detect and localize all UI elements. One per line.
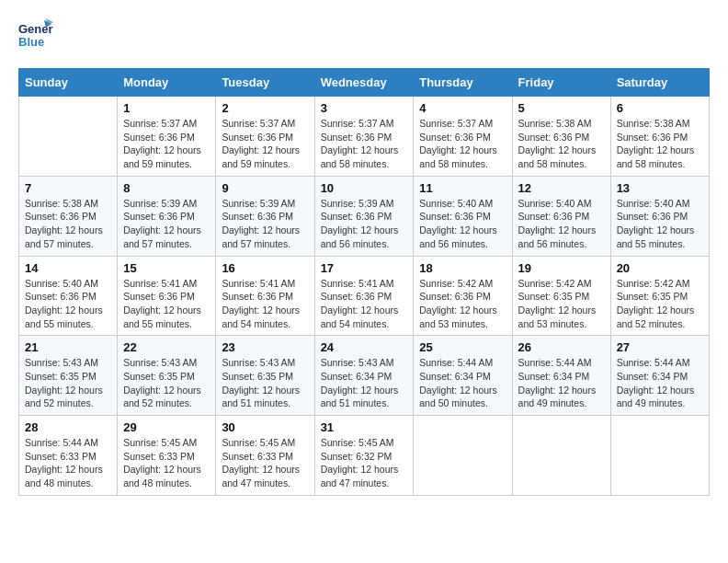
day-info: Sunrise: 5:38 AMSunset: 6:36 PMDaylight:… — [518, 117, 605, 171]
calendar-cell: 2Sunrise: 5:37 AMSunset: 6:36 PMDaylight… — [216, 97, 314, 177]
calendar-cell — [610, 416, 709, 496]
day-info: Sunrise: 5:42 AMSunset: 6:36 PMDaylight:… — [419, 277, 506, 331]
calendar-cell: 22Sunrise: 5:43 AMSunset: 6:35 PMDayligh… — [118, 336, 216, 416]
calendar-cell: 4Sunrise: 5:37 AMSunset: 6:36 PMDaylight… — [414, 97, 512, 177]
weekday-header-saturday: Saturday — [610, 69, 709, 97]
calendar-cell: 13Sunrise: 5:40 AMSunset: 6:36 PMDayligh… — [610, 176, 709, 256]
calendar-cell: 23Sunrise: 5:43 AMSunset: 6:35 PMDayligh… — [216, 336, 314, 416]
day-number: 26 — [518, 340, 605, 354]
calendar-cell: 7Sunrise: 5:38 AMSunset: 6:36 PMDaylight… — [19, 176, 118, 256]
day-info: Sunrise: 5:45 AMSunset: 6:33 PMDaylight:… — [222, 436, 308, 490]
day-number: 27 — [617, 340, 703, 354]
day-number: 10 — [321, 181, 408, 195]
calendar-cell — [512, 416, 610, 496]
day-number: 12 — [518, 181, 605, 195]
calendar-cell: 29Sunrise: 5:45 AMSunset: 6:33 PMDayligh… — [118, 416, 216, 496]
day-number: 16 — [222, 261, 308, 275]
day-number: 7 — [25, 181, 111, 195]
day-number: 29 — [123, 420, 210, 434]
day-number: 3 — [321, 101, 408, 115]
day-info: Sunrise: 5:38 AMSunset: 6:36 PMDaylight:… — [25, 197, 111, 251]
day-info: Sunrise: 5:45 AMSunset: 6:33 PMDaylight:… — [123, 436, 210, 490]
day-info: Sunrise: 5:40 AMSunset: 6:36 PMDaylight:… — [419, 197, 506, 251]
day-number: 21 — [25, 340, 111, 354]
calendar-cell: 24Sunrise: 5:43 AMSunset: 6:34 PMDayligh… — [314, 336, 414, 416]
calendar-cell: 14Sunrise: 5:40 AMSunset: 6:36 PMDayligh… — [19, 256, 118, 336]
calendar-table: SundayMondayTuesdayWednesdayThursdayFrid… — [18, 68, 710, 496]
svg-text:Blue: Blue — [18, 35, 44, 49]
day-info: Sunrise: 5:41 AMSunset: 6:36 PMDaylight:… — [222, 277, 308, 331]
day-info: Sunrise: 5:42 AMSunset: 6:35 PMDaylight:… — [518, 277, 605, 331]
day-info: Sunrise: 5:44 AMSunset: 6:33 PMDaylight:… — [25, 436, 111, 490]
calendar-cell: 16Sunrise: 5:41 AMSunset: 6:36 PMDayligh… — [216, 256, 314, 336]
day-info: Sunrise: 5:38 AMSunset: 6:36 PMDaylight:… — [617, 117, 703, 171]
week-row-2: 7Sunrise: 5:38 AMSunset: 6:36 PMDaylight… — [19, 176, 710, 256]
calendar-cell: 20Sunrise: 5:42 AMSunset: 6:35 PMDayligh… — [610, 256, 709, 336]
logo: General Blue — [18, 18, 53, 53]
day-info: Sunrise: 5:43 AMSunset: 6:35 PMDaylight:… — [222, 356, 308, 410]
calendar-cell: 18Sunrise: 5:42 AMSunset: 6:36 PMDayligh… — [414, 256, 512, 336]
weekday-header-tuesday: Tuesday — [216, 69, 314, 97]
weekday-header-thursday: Thursday — [414, 69, 512, 97]
day-info: Sunrise: 5:44 AMSunset: 6:34 PMDaylight:… — [419, 356, 506, 410]
day-info: Sunrise: 5:43 AMSunset: 6:35 PMDaylight:… — [25, 356, 111, 410]
day-number: 24 — [321, 340, 408, 354]
calendar-cell: 6Sunrise: 5:38 AMSunset: 6:36 PMDaylight… — [610, 97, 709, 177]
day-number: 4 — [419, 101, 506, 115]
day-info: Sunrise: 5:39 AMSunset: 6:36 PMDaylight:… — [222, 197, 308, 251]
day-info: Sunrise: 5:42 AMSunset: 6:35 PMDaylight:… — [617, 277, 703, 331]
day-info: Sunrise: 5:44 AMSunset: 6:34 PMDaylight:… — [518, 356, 605, 410]
day-number: 17 — [321, 261, 408, 275]
day-number: 25 — [419, 340, 506, 354]
logo-bird-icon: General Blue — [18, 18, 53, 53]
day-info: Sunrise: 5:40 AMSunset: 6:36 PMDaylight:… — [617, 197, 703, 251]
day-number: 28 — [25, 420, 111, 434]
calendar-cell: 27Sunrise: 5:44 AMSunset: 6:34 PMDayligh… — [610, 336, 709, 416]
day-info: Sunrise: 5:39 AMSunset: 6:36 PMDaylight:… — [321, 197, 408, 251]
day-number: 19 — [518, 261, 605, 275]
day-info: Sunrise: 5:37 AMSunset: 6:36 PMDaylight:… — [419, 117, 506, 171]
day-info: Sunrise: 5:43 AMSunset: 6:35 PMDaylight:… — [123, 356, 210, 410]
calendar-cell: 8Sunrise: 5:39 AMSunset: 6:36 PMDaylight… — [118, 176, 216, 256]
calendar-cell: 11Sunrise: 5:40 AMSunset: 6:36 PMDayligh… — [414, 176, 512, 256]
day-number: 8 — [123, 181, 210, 195]
day-info: Sunrise: 5:37 AMSunset: 6:36 PMDaylight:… — [123, 117, 210, 171]
calendar-cell: 30Sunrise: 5:45 AMSunset: 6:33 PMDayligh… — [216, 416, 314, 496]
calendar-cell: 9Sunrise: 5:39 AMSunset: 6:36 PMDaylight… — [216, 176, 314, 256]
day-number: 13 — [617, 181, 703, 195]
calendar-cell: 31Sunrise: 5:45 AMSunset: 6:32 PMDayligh… — [314, 416, 414, 496]
day-number: 20 — [617, 261, 703, 275]
day-info: Sunrise: 5:41 AMSunset: 6:36 PMDaylight:… — [321, 277, 408, 331]
day-info: Sunrise: 5:45 AMSunset: 6:32 PMDaylight:… — [321, 436, 408, 490]
day-number: 5 — [518, 101, 605, 115]
week-row-3: 14Sunrise: 5:40 AMSunset: 6:36 PMDayligh… — [19, 256, 710, 336]
day-number: 23 — [222, 340, 308, 354]
calendar-cell: 15Sunrise: 5:41 AMSunset: 6:36 PMDayligh… — [118, 256, 216, 336]
calendar-cell: 12Sunrise: 5:40 AMSunset: 6:36 PMDayligh… — [512, 176, 610, 256]
day-number: 9 — [222, 181, 308, 195]
day-number: 15 — [123, 261, 210, 275]
weekday-header-monday: Monday — [118, 69, 216, 97]
calendar-cell: 26Sunrise: 5:44 AMSunset: 6:34 PMDayligh… — [512, 336, 610, 416]
calendar-cell: 5Sunrise: 5:38 AMSunset: 6:36 PMDaylight… — [512, 97, 610, 177]
week-row-1: 1Sunrise: 5:37 AMSunset: 6:36 PMDaylight… — [19, 97, 710, 177]
day-number: 14 — [25, 261, 111, 275]
day-info: Sunrise: 5:41 AMSunset: 6:36 PMDaylight:… — [123, 277, 210, 331]
calendar-cell: 3Sunrise: 5:37 AMSunset: 6:36 PMDaylight… — [314, 97, 414, 177]
day-info: Sunrise: 5:44 AMSunset: 6:34 PMDaylight:… — [617, 356, 703, 410]
calendar-cell: 28Sunrise: 5:44 AMSunset: 6:33 PMDayligh… — [19, 416, 118, 496]
day-number: 1 — [123, 101, 210, 115]
week-row-4: 21Sunrise: 5:43 AMSunset: 6:35 PMDayligh… — [19, 336, 710, 416]
day-number: 22 — [123, 340, 210, 354]
day-info: Sunrise: 5:43 AMSunset: 6:34 PMDaylight:… — [321, 356, 408, 410]
day-number: 2 — [222, 101, 308, 115]
calendar-cell: 25Sunrise: 5:44 AMSunset: 6:34 PMDayligh… — [414, 336, 512, 416]
day-number: 6 — [617, 101, 703, 115]
day-number: 11 — [419, 181, 506, 195]
weekday-header-sunday: Sunday — [19, 69, 118, 97]
calendar-cell: 1Sunrise: 5:37 AMSunset: 6:36 PMDaylight… — [118, 97, 216, 177]
day-info: Sunrise: 5:40 AMSunset: 6:36 PMDaylight:… — [518, 197, 605, 251]
day-number: 30 — [222, 420, 308, 434]
weekday-header-friday: Friday — [512, 69, 610, 97]
day-info: Sunrise: 5:39 AMSunset: 6:36 PMDaylight:… — [123, 197, 210, 251]
